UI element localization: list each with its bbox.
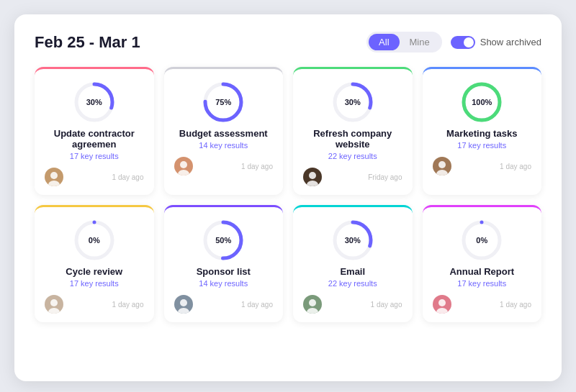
card-title: Email — [340, 266, 365, 277]
card-footer: 1 day ago — [45, 295, 144, 314]
donut-wrap: 75% — [202, 81, 245, 124]
svg-point-30 — [438, 299, 446, 306]
card-subtitle: 14 key results — [199, 141, 248, 150]
card-time: 1 day ago — [112, 173, 144, 181]
card-time: 1 day ago — [241, 163, 273, 170]
svg-point-14 — [438, 161, 446, 168]
filter-all-button[interactable]: All — [369, 34, 399, 50]
card-card-6[interactable]: 50% Sponsor list 14 key results 1 day ag… — [164, 205, 284, 322]
card-footer: Friday ago — [303, 168, 402, 186]
donut-wrap: 0% — [460, 219, 503, 262]
svg-point-19 — [48, 308, 60, 314]
avatar — [174, 295, 193, 314]
donut-wrap: 30% — [331, 81, 374, 124]
card-title: Update contractor agreemen — [45, 128, 144, 150]
donut-wrap: 30% — [331, 219, 374, 262]
card-time: 1 day ago — [241, 301, 273, 309]
card-subtitle: 14 key results — [199, 279, 248, 288]
progress-label: 30% — [345, 98, 361, 106]
card-title: Budget assessment — [179, 128, 268, 139]
donut-wrap: 50% — [202, 219, 245, 262]
svg-point-11 — [307, 181, 318, 186]
svg-point-7 — [178, 170, 189, 176]
progress-label: 30% — [86, 98, 102, 106]
header: Feb 25 - Mar 1 All Mine Show archived — [35, 32, 541, 53]
cards-grid: 30% Update contractor agreemen 17 key re… — [35, 67, 541, 322]
avatar — [45, 168, 63, 186]
filter-group: All Mine — [366, 32, 442, 53]
svg-point-2 — [50, 172, 58, 179]
card-subtitle: 17 key results — [70, 152, 119, 160]
card-subtitle: 22 key results — [328, 279, 377, 288]
avatar — [433, 295, 451, 314]
avatar — [45, 295, 63, 314]
header-controls: All Mine Show archived — [366, 32, 541, 53]
progress-label: 100% — [472, 98, 492, 106]
card-card-1[interactable]: 30% Update contractor agreemen 17 key re… — [35, 67, 154, 195]
avatar — [303, 168, 322, 186]
card-footer: 1 day ago — [433, 295, 532, 314]
card-title: Refresh company website — [303, 128, 402, 150]
card-card-4[interactable]: 100% Marketing tasks 17 key results 1 da… — [423, 67, 542, 195]
card-time: 1 day ago — [500, 163, 531, 170]
progress-label: 0% — [89, 236, 100, 245]
card-card-2[interactable]: 75% Budget assessment 14 key results 1 d… — [164, 67, 284, 195]
progress-label: 75% — [215, 98, 231, 106]
svg-point-27 — [307, 308, 318, 314]
progress-label: 50% — [215, 236, 231, 245]
card-card-5[interactable]: 0% Cycle review 17 key results 1 day ago — [35, 205, 154, 322]
card-time: 1 day ago — [112, 301, 144, 309]
svg-point-31 — [436, 308, 448, 314]
avatar — [303, 295, 322, 314]
avatar — [433, 157, 451, 176]
page-title: Feb 25 - Mar 1 — [35, 33, 140, 52]
svg-point-22 — [180, 299, 187, 306]
avatar — [174, 157, 193, 176]
toggle-label: Show archived — [480, 37, 541, 47]
donut-wrap: 100% — [460, 81, 503, 124]
card-time: 1 day ago — [371, 301, 402, 309]
svg-point-26 — [309, 299, 316, 306]
toggle-group: Show archived — [451, 36, 541, 49]
progress-label: 30% — [345, 236, 361, 245]
card-card-8[interactable]: 0% Annual Report 17 key results 1 day ag… — [423, 205, 542, 322]
card-subtitle: 17 key results — [457, 279, 506, 288]
card-footer: 1 day ago — [174, 157, 274, 176]
donut-wrap: 30% — [73, 81, 116, 124]
progress-label: 0% — [476, 236, 487, 245]
card-time: Friday ago — [368, 173, 402, 181]
svg-point-3 — [48, 181, 60, 186]
svg-point-18 — [50, 299, 58, 306]
card-title: Sponsor list — [197, 266, 251, 277]
card-card-7[interactable]: 30% Email 22 key results 1 day ago — [293, 205, 413, 322]
card-subtitle: 22 key results — [328, 152, 377, 160]
svg-point-15 — [436, 170, 448, 176]
card-title: Annual Report — [449, 266, 514, 277]
svg-point-23 — [178, 308, 189, 314]
card-subtitle: 17 key results — [457, 141, 506, 150]
svg-point-6 — [180, 161, 187, 168]
card-footer: 1 day ago — [45, 168, 144, 186]
app-container: Feb 25 - Mar 1 All Mine Show archived 30… — [14, 14, 562, 381]
card-title: Marketing tasks — [446, 128, 517, 139]
card-card-3[interactable]: 30% Refresh company website 22 key resul… — [293, 67, 413, 195]
card-subtitle: 17 key results — [70, 279, 119, 288]
card-time: 1 day ago — [500, 301, 531, 309]
card-title: Cycle review — [66, 266, 122, 277]
card-footer: 1 day ago — [303, 295, 402, 314]
card-footer: 1 day ago — [174, 295, 274, 314]
donut-wrap: 0% — [73, 219, 116, 262]
show-archived-toggle[interactable] — [451, 36, 475, 49]
svg-point-10 — [309, 172, 316, 179]
card-footer: 1 day ago — [433, 157, 532, 176]
filter-mine-button[interactable]: Mine — [400, 34, 440, 50]
